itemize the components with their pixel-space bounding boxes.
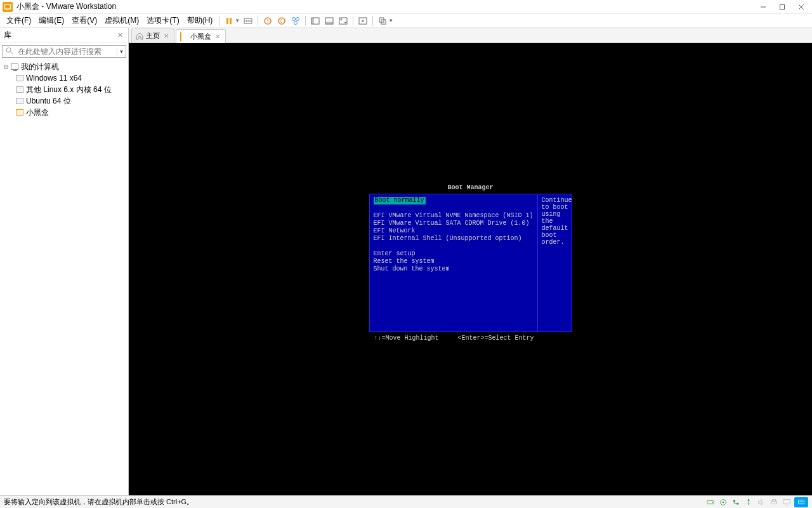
svg-point-15 [296, 17, 299, 20]
computer-icon [10, 62, 19, 71]
snapshot-manager-button[interactable] [289, 14, 303, 28]
svg-point-33 [748, 498, 749, 500]
svg-rect-36 [783, 499, 790, 504]
menu-edit[interactable]: 编辑(E) [35, 14, 68, 27]
tree-collapse-icon[interactable]: ⊟ [3, 64, 10, 70]
svg-rect-3 [780, 4, 785, 9]
svg-line-26 [11, 52, 13, 55]
status-printer-icon[interactable] [769, 497, 779, 507]
library-title: 库 [4, 30, 116, 41]
view-thumbnail-button[interactable] [322, 14, 336, 28]
content-area: 主页 ✕ 小黑盒 ✕ Boot Manager Boot normally EF… [129, 28, 812, 495]
svg-point-14 [292, 17, 296, 20]
menu-vm[interactable]: 虚拟机(M) [101, 14, 143, 27]
boot-entry-nvme[interactable]: EFI VMware Virtual NVME Namespace (NSID … [374, 212, 534, 220]
vm-icon [15, 85, 24, 94]
boot-menu-list: Boot normally EFI VMware Virtual NVME Na… [370, 194, 538, 331]
library-panel: 库 ✕ ▼ ⊟ 我的计算机 Windows 11 x64 其他 Linux 6.… [0, 28, 129, 495]
tree-item-label: 其他 Linux 6.x 内核 64 位 [26, 84, 112, 95]
svg-rect-0 [5, 4, 11, 9]
tree-vm-xiaoheihe[interactable]: 小黑盒 [0, 107, 128, 118]
view-stretch-button[interactable] [336, 14, 350, 28]
view-console-button[interactable] [308, 14, 322, 28]
pause-vm-button[interactable] [222, 14, 236, 28]
svg-point-30 [723, 501, 724, 503]
send-ctrl-alt-del-button[interactable] [241, 14, 255, 28]
window-close-button[interactable] [793, 1, 809, 13]
status-usb-icon[interactable] [743, 497, 754, 507]
status-messages-icon[interactable] [794, 497, 808, 507]
power-dropdown-icon[interactable]: ▼ [235, 18, 240, 23]
vm-console[interactable]: Boot Manager Boot normally EFI VMware Vi… [129, 43, 812, 495]
boot-action-shutdown[interactable]: Shut down the system [374, 265, 534, 273]
fullscreen-button[interactable] [356, 14, 370, 28]
home-icon [136, 32, 143, 40]
tab-home-label: 主页 [146, 31, 160, 41]
svg-rect-34 [771, 501, 777, 504]
library-tree: ⊟ 我的计算机 Windows 11 x64 其他 Linux 6.x 内核 6… [0, 60, 128, 495]
snapshot-take-button[interactable] [261, 14, 275, 28]
toolbar-separator [219, 16, 219, 26]
svg-point-9 [246, 20, 247, 22]
svg-point-11 [249, 20, 251, 22]
status-sound-icon[interactable] [756, 497, 766, 507]
svg-rect-1 [7, 9, 9, 10]
tree-vm-linux6x[interactable]: 其他 Linux 6.x 内核 64 位 [0, 84, 128, 95]
svg-point-16 [294, 21, 298, 24]
window-minimize-button[interactable] [755, 1, 771, 13]
unity-button[interactable] [376, 14, 390, 28]
boot-entry-selected[interactable]: Boot normally [374, 197, 534, 204]
status-display-icon[interactable] [782, 497, 792, 507]
toolbar-separator [353, 16, 353, 26]
window-maximize-button[interactable] [774, 1, 790, 13]
menu-view[interactable]: 查看(V) [68, 14, 101, 27]
library-close-button[interactable]: ✕ [116, 31, 124, 39]
menubar: 文件(F) 编辑(E) 查看(V) 虚拟机(M) 选项卡(T) 帮助(H) ▼ … [0, 14, 812, 28]
tree-root-my-computer[interactable]: ⊟ 我的计算机 [0, 61, 128, 72]
tab-current-label: 小黑盒 [190, 32, 211, 41]
boot-entry-shell[interactable]: EFI Internal Shell (Unsupported option) [374, 235, 534, 243]
menu-help[interactable]: 帮助(H) [183, 14, 217, 27]
toolbar-separator [258, 16, 258, 26]
boot-action-setup[interactable]: Enter setup [374, 250, 534, 258]
status-harddisk-icon[interactable] [705, 497, 716, 507]
vm-icon [15, 74, 24, 83]
svg-rect-21 [339, 18, 347, 24]
svg-rect-35 [772, 499, 775, 501]
window-titlebar: 小黑盒 - VMware Workstation [0, 0, 812, 14]
library-search[interactable]: ▼ [2, 45, 126, 58]
tab-close-icon[interactable]: ✕ [214, 33, 221, 40]
library-search-input[interactable] [18, 47, 117, 56]
unity-dropdown-icon[interactable]: ▼ [388, 18, 393, 23]
boot-footer: ↑↓=Move Highlight <Enter>=Select Entry [369, 335, 572, 342]
svg-rect-31 [733, 500, 736, 502]
svg-rect-7 [230, 18, 232, 24]
tab-current-vm[interactable]: 小黑盒 ✕ [176, 29, 226, 43]
tab-home[interactable]: 主页 ✕ [131, 29, 174, 43]
boot-entry-cdrom[interactable]: EFI VMware Virtual SATA CDROM Drive (1.0… [374, 220, 534, 227]
tree-vm-ubuntu[interactable]: Ubuntu 64 位 [0, 95, 128, 107]
menu-file[interactable]: 文件(F) [3, 14, 35, 27]
status-cdrom-icon[interactable] [718, 497, 728, 507]
boot-help-panel: Continue to boot using the default boot … [538, 194, 576, 331]
status-network-icon[interactable] [731, 497, 741, 507]
tree-vm-windows11[interactable]: Windows 11 x64 [0, 72, 128, 84]
window-title: 小黑盒 - VMware Workstation [16, 1, 755, 12]
svg-rect-6 [226, 18, 228, 24]
menu-tabs[interactable]: 选项卡(T) [143, 14, 183, 27]
svg-point-10 [247, 20, 249, 22]
search-dropdown-icon[interactable]: ▼ [117, 48, 126, 56]
main-split: 库 ✕ ▼ ⊟ 我的计算机 Windows 11 x64 其他 Linux 6.… [0, 28, 812, 495]
status-message: 要将输入定向到该虚拟机，请在虚拟机内部单击或按 Ctrl+G。 [4, 497, 705, 507]
boot-footer-move: ↑↓=Move Highlight [374, 335, 439, 342]
boot-footer-enter: <Enter>=Select Entry [458, 335, 534, 342]
snapshot-revert-button[interactable] [275, 14, 289, 28]
boot-manager-panel: Boot Manager Boot normally EFI VMware Vi… [369, 184, 572, 342]
vm-icon [15, 97, 24, 105]
tab-close-icon[interactable]: ✕ [162, 32, 170, 39]
svg-point-28 [712, 502, 714, 503]
toolbar-separator [305, 16, 306, 26]
boot-action-reset[interactable]: Reset the system [374, 258, 534, 265]
boot-entry-network[interactable]: EFI Network [374, 227, 534, 235]
tree-item-label: Windows 11 x64 [26, 74, 82, 83]
